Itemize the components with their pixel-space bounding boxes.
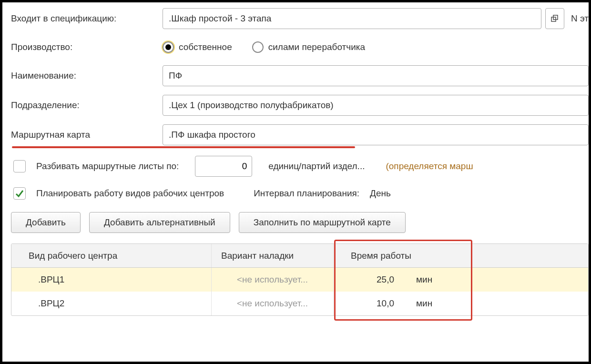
department-field[interactable]: .Цех 1 (производство полуфабрикатов) <box>163 95 589 116</box>
cell-time: 10,0 мин <box>334 292 472 315</box>
name-label: Наименование: <box>11 71 163 81</box>
split-label: Разбивать маршрутные листы по: <box>36 161 179 172</box>
split-hint: (определяется марш <box>386 161 473 172</box>
plan-checkbox[interactable] <box>13 187 26 200</box>
add-button[interactable]: Добавить <box>11 212 81 233</box>
col-setup-variant[interactable]: Вариант наладки <box>212 244 334 267</box>
table-header: Вид рабочего центра Вариант наладки Врем… <box>11 244 588 268</box>
production-label: Производство: <box>11 42 163 52</box>
open-spec-icon[interactable] <box>545 8 564 29</box>
cell-center: .ВРЦ1 <box>11 268 212 292</box>
cell-setup: <не использует... <box>212 292 334 315</box>
radio-external-label: силами переработчика <box>268 42 365 52</box>
n-etapa-label: N эт <box>571 13 589 24</box>
col-work-time[interactable]: Время работы <box>334 244 472 267</box>
cell-center: .ВРЦ2 <box>11 292 212 315</box>
add-alternative-button[interactable]: Добавить альтернативный <box>89 212 230 233</box>
work-centers-table: Вид рабочего центра Вариант наладки Врем… <box>11 243 589 316</box>
cell-time: 25,0 мин <box>334 268 472 292</box>
route-label: Маршрутная карта <box>11 130 163 140</box>
cell-setup: <не использует... <box>212 268 334 292</box>
spec-field[interactable]: .Шкаф простой - 3 этапа <box>163 8 541 29</box>
highlight-line <box>12 146 355 148</box>
fill-from-route-button[interactable]: Заполнить по маршрутной карте <box>239 212 406 233</box>
spec-label: Входит в спецификацию: <box>11 13 163 24</box>
col-work-center[interactable]: Вид рабочего центра <box>11 244 212 267</box>
split-value-input[interactable] <box>195 156 252 177</box>
interval-label: Интервал планирования: <box>254 188 359 199</box>
radio-own[interactable] <box>163 41 174 53</box>
table-row[interactable]: .ВРЦ1 <не использует... 25,0 мин <box>11 268 588 292</box>
radio-external[interactable] <box>252 41 264 53</box>
department-label: Подразделение: <box>11 100 163 111</box>
split-units: единиц/партий издел... <box>268 161 365 172</box>
table-row[interactable]: .ВРЦ2 <не использует... 10,0 мин <box>11 292 588 315</box>
split-checkbox[interactable] <box>13 160 26 172</box>
radio-own-label: собственное <box>179 42 232 52</box>
name-field[interactable]: ПФ <box>163 65 589 86</box>
route-field[interactable]: .ПФ шкафа простого <box>163 124 589 145</box>
interval-value: День <box>370 188 391 199</box>
plan-label: Планировать работу видов рабочих центров <box>36 188 224 199</box>
